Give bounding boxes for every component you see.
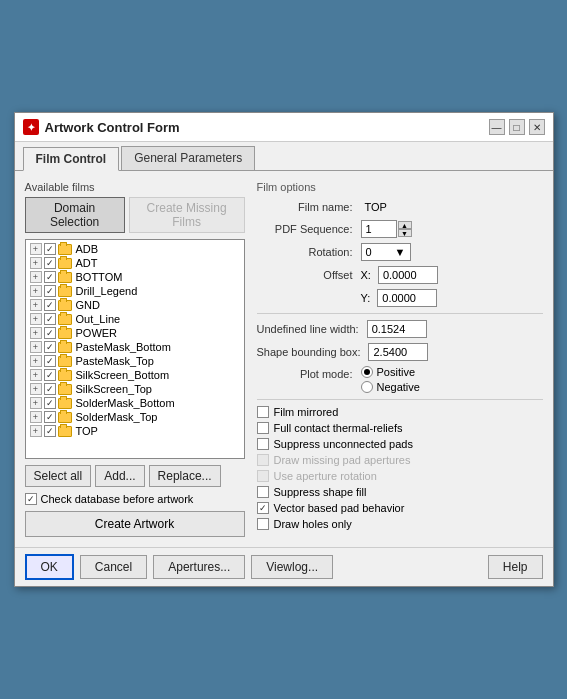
expand-icon[interactable]: + [30,383,42,395]
option-checkbox[interactable] [257,422,269,434]
expand-icon[interactable]: + [30,327,42,339]
help-button[interactable]: Help [488,555,543,579]
option-checkbox[interactable] [257,486,269,498]
expand-icon[interactable]: + [30,313,42,325]
film-checkbox[interactable] [44,341,56,353]
film-checkbox[interactable] [44,271,56,283]
folder-icon [58,244,72,255]
option-checkbox[interactable] [257,518,269,530]
film-list-item[interactable]: + PasteMask_Bottom [28,340,242,354]
film-list-item[interactable]: + ADT [28,256,242,270]
expand-icon[interactable]: + [30,355,42,367]
film-list[interactable]: + ADB + ADT + BOTTOM + Drill_Legend + GN… [25,239,245,459]
option-checkbox[interactable] [257,502,269,514]
film-checkbox[interactable] [44,327,56,339]
apertures-button[interactable]: Apertures... [153,555,245,579]
film-checkbox[interactable] [44,411,56,423]
option-checkbox[interactable] [257,438,269,450]
film-list-item[interactable]: + BOTTOM [28,270,242,284]
positive-radio-row[interactable]: Positive [361,366,420,378]
film-checkbox[interactable] [44,243,56,255]
film-name-label: Film name: [257,201,357,213]
offset-x-label: X: [361,269,374,281]
expand-icon[interactable]: + [30,425,42,437]
rotation-row: Rotation: 0 ▼ [257,243,543,261]
film-checkbox[interactable] [44,355,56,367]
expand-icon[interactable]: + [30,341,42,353]
film-checkbox[interactable] [44,383,56,395]
create-artwork-button[interactable]: Create Artwork [25,511,245,537]
positive-radio[interactable] [361,366,373,378]
minimize-button[interactable]: — [489,119,505,135]
check-database-checkbox[interactable] [25,493,37,505]
ok-button[interactable]: OK [25,554,74,580]
film-checkbox[interactable] [44,397,56,409]
pdf-sequence-up[interactable]: ▲ [398,221,412,229]
add-button[interactable]: Add... [95,465,144,487]
pdf-sequence-input[interactable] [361,220,397,238]
option-row[interactable]: Film mirrored [257,406,543,418]
expand-icon[interactable]: + [30,285,42,297]
option-row: Draw missing pad apertures [257,454,543,466]
option-row[interactable]: Full contact thermal-reliefs [257,422,543,434]
negative-label: Negative [377,381,420,393]
shape-bounding-box-input[interactable] [368,343,428,361]
film-list-item[interactable]: + Drill_Legend [28,284,242,298]
option-row[interactable]: Draw holes only [257,518,543,530]
option-row[interactable]: Suppress unconnected pads [257,438,543,450]
film-list-item[interactable]: + SolderMask_Bottom [28,396,242,410]
film-name: SolderMask_Top [76,411,158,423]
replace-button[interactable]: Replace... [149,465,221,487]
film-list-item[interactable]: + POWER [28,326,242,340]
expand-icon[interactable]: + [30,271,42,283]
option-label: Draw missing pad apertures [274,454,411,466]
film-checkbox[interactable] [44,369,56,381]
film-checkbox[interactable] [44,425,56,437]
film-checkbox[interactable] [44,299,56,311]
film-checkbox[interactable] [44,257,56,269]
film-list-item[interactable]: + PasteMask_Top [28,354,242,368]
tab-film-control[interactable]: Film Control [23,147,120,171]
option-row[interactable]: Vector based pad behavior [257,502,543,514]
film-list-item[interactable]: + Out_Line [28,312,242,326]
film-checkbox[interactable] [44,285,56,297]
viewlog-button[interactable]: Viewlog... [251,555,333,579]
expand-icon[interactable]: + [30,369,42,381]
expand-icon[interactable]: + [30,243,42,255]
close-button[interactable]: ✕ [529,119,545,135]
option-checkbox [257,470,269,482]
maximize-button[interactable]: □ [509,119,525,135]
film-list-item[interactable]: + SilkScreen_Top [28,382,242,396]
film-list-item[interactable]: + SilkScreen_Bottom [28,368,242,382]
offset-y-input[interactable] [377,289,437,307]
offset-x-input[interactable] [378,266,438,284]
expand-icon[interactable]: + [30,411,42,423]
pdf-sequence-row: PDF Sequence: ▲ ▼ [257,220,543,238]
create-missing-films-button[interactable]: Create Missing Films [129,197,245,233]
domain-selection-button[interactable]: Domain Selection [25,197,125,233]
folder-icon [58,356,72,367]
film-list-item[interactable]: + GND [28,298,242,312]
expand-icon[interactable]: + [30,299,42,311]
option-row[interactable]: Suppress shape fill [257,486,543,498]
negative-radio-row[interactable]: Negative [361,381,420,393]
select-all-button[interactable]: Select all [25,465,92,487]
film-checkbox[interactable] [44,313,56,325]
pdf-sequence-down[interactable]: ▼ [398,229,412,237]
expand-icon[interactable]: + [30,257,42,269]
offset-y-row: Y: [257,289,543,307]
film-list-item[interactable]: + TOP [28,424,242,438]
pdf-sequence-spinner[interactable]: ▲ ▼ [361,220,412,238]
undefined-line-width-input[interactable] [367,320,427,338]
negative-radio[interactable] [361,381,373,393]
expand-icon[interactable]: + [30,397,42,409]
option-label: Draw holes only [274,518,352,530]
film-name: GND [76,299,100,311]
cancel-button[interactable]: Cancel [80,555,147,579]
film-list-item[interactable]: + ADB [28,242,242,256]
option-checkbox[interactable] [257,406,269,418]
rotation-dropdown[interactable]: 0 ▼ [361,243,411,261]
film-list-item[interactable]: + SolderMask_Top [28,410,242,424]
tab-general-parameters[interactable]: General Parameters [121,146,255,170]
bottom-bar: OK Cancel Apertures... Viewlog... Help [15,547,553,586]
